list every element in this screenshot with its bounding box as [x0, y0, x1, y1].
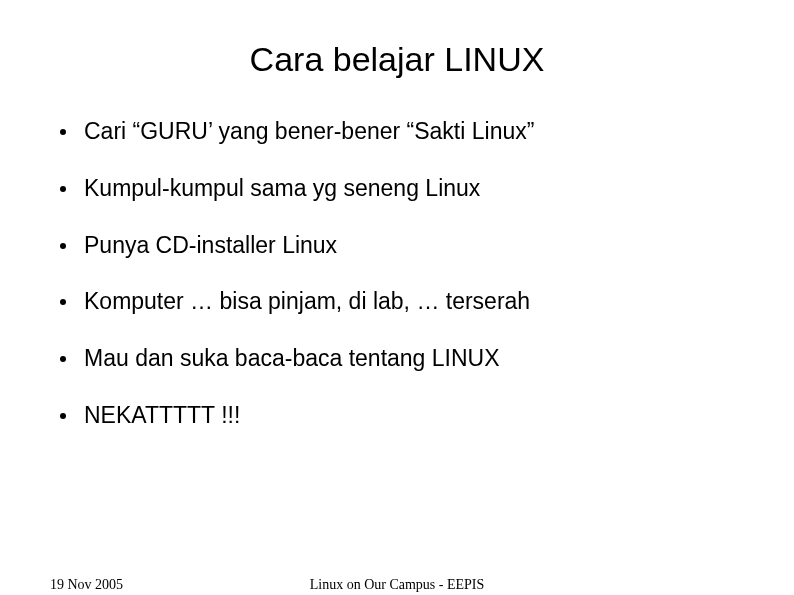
- list-item: Komputer … bisa pinjam, di lab, … terser…: [60, 287, 744, 316]
- list-item: NEKATTTTT !!!: [60, 401, 744, 430]
- footer-date: 19 Nov 2005: [50, 577, 123, 593]
- bullet-text: Kumpul-kumpul sama yg seneng Linux: [84, 174, 480, 203]
- bullet-text: Cari “GURU’ yang bener-bener “Sakti Linu…: [84, 117, 534, 146]
- list-item: Mau dan suka baca-baca tentang LINUX: [60, 344, 744, 373]
- bullet-icon: [60, 186, 66, 192]
- bullet-text: Punya CD-installer Linux: [84, 231, 337, 260]
- bullet-text: Mau dan suka baca-baca tentang LINUX: [84, 344, 500, 373]
- bullet-icon: [60, 356, 66, 362]
- bullet-text: NEKATTTTT !!!: [84, 401, 240, 430]
- bullet-icon: [60, 413, 66, 419]
- bullet-text: Komputer … bisa pinjam, di lab, … terser…: [84, 287, 530, 316]
- footer-title: Linux on Our Campus - EEPIS: [310, 577, 485, 593]
- list-item: Punya CD-installer Linux: [60, 231, 744, 260]
- bullet-icon: [60, 129, 66, 135]
- bullet-icon: [60, 299, 66, 305]
- slide-title: Cara belajar LINUX: [50, 40, 744, 79]
- list-item: Kumpul-kumpul sama yg seneng Linux: [60, 174, 744, 203]
- slide: Cara belajar LINUX Cari “GURU’ yang bene…: [0, 0, 794, 595]
- bullet-list: Cari “GURU’ yang bener-bener “Sakti Linu…: [50, 117, 744, 430]
- list-item: Cari “GURU’ yang bener-bener “Sakti Linu…: [60, 117, 744, 146]
- bullet-icon: [60, 243, 66, 249]
